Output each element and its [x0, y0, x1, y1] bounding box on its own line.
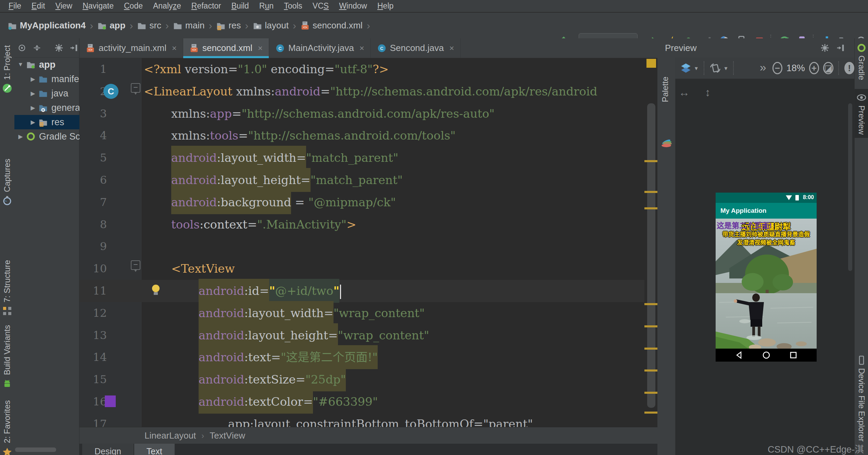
- chevron-down-icon[interactable]: ▼: [17, 61, 24, 68]
- code-line-4[interactable]: 4xmlns:tools="http://schemas.android.com…: [79, 125, 657, 147]
- dock-icon[interactable]: [836, 43, 845, 53]
- close-icon[interactable]: ×: [449, 43, 454, 53]
- fold-marker-icon[interactable]: −: [131, 83, 140, 93]
- tool-button-preview[interactable]: Preview: [855, 89, 868, 138]
- gear-icon[interactable]: [820, 43, 830, 53]
- chevron-right-icon[interactable]: ▶: [29, 90, 36, 97]
- code-line-17[interactable]: 17app:layout_constraintBottom_toBottomOf…: [79, 413, 657, 427]
- menu-run[interactable]: Run: [254, 1, 279, 11]
- tab-design[interactable]: Design: [82, 444, 134, 455]
- chevron-right-icon[interactable]: ▶: [29, 104, 36, 112]
- zoom-fit-button[interactable]: ◪: [823, 62, 834, 74]
- close-icon[interactable]: ×: [258, 43, 263, 53]
- tree-item-gradle-sc[interactable]: ▶Gradle Sc: [14, 129, 79, 144]
- tree-item-res[interactable]: ▶res: [14, 115, 79, 129]
- code-line-11[interactable]: 11android:id="@+id/two": [79, 280, 657, 302]
- chevron-right-icon[interactable]: ▶: [29, 76, 36, 83]
- editor-tab-sencond-xml[interactable]: <>sencond.xml×: [183, 38, 269, 58]
- breadcrumb-item-res[interactable]: res›: [216, 20, 252, 31]
- close-icon[interactable]: ×: [360, 43, 364, 53]
- editor-vertical-scrollbar[interactable]: [647, 103, 655, 408]
- warning-stripe-mark[interactable]: [644, 303, 657, 305]
- warning-stripe-mark[interactable]: [644, 191, 657, 193]
- tool-button-2-favorites[interactable]: 2: Favorites: [0, 400, 14, 455]
- menu-code[interactable]: Code: [119, 1, 148, 11]
- warning-stripe-mark[interactable]: [644, 369, 657, 372]
- intention-bulb-icon[interactable]: [152, 285, 160, 292]
- breadcrumb-linearlayout[interactable]: LinearLayout: [144, 430, 196, 441]
- preview-scrollbar[interactable]: [848, 103, 852, 271]
- breadcrumb-item-layout[interactable]: layout›: [253, 20, 300, 31]
- close-icon[interactable]: ×: [172, 43, 177, 53]
- warnings-button[interactable]: !: [844, 62, 854, 74]
- tree-item-manife[interactable]: ▶manife: [14, 72, 79, 86]
- code-line-12[interactable]: 12android:layout_width="wrap_content": [79, 302, 657, 324]
- code-line-5[interactable]: 5android:layout_width="match_parent": [79, 147, 657, 169]
- code-line-16[interactable]: 16android:textColor="#663399": [79, 391, 657, 413]
- context-class-icon[interactable]: C: [103, 84, 118, 99]
- color-preview-swatch[interactable]: [105, 395, 116, 407]
- menu-edit[interactable]: Edit: [26, 1, 50, 11]
- editor-tab-activity-main-xml[interactable]: <>activity_main.xml×: [79, 38, 183, 58]
- menu-window[interactable]: Window: [334, 1, 372, 11]
- tree-item-app[interactable]: ▼app: [14, 57, 79, 72]
- resize-handles[interactable]: ↔ ↕: [679, 86, 717, 99]
- code-line-2[interactable]: 2C−<LinearLayout xmlns:android="http://s…: [79, 80, 657, 103]
- breadcrumb-item-app[interactable]: app›: [97, 20, 137, 31]
- menu-file[interactable]: File: [3, 1, 26, 11]
- breadcrumb-textview[interactable]: TextView: [210, 430, 245, 441]
- tool-button-gradle[interactable]: Gradle: [855, 40, 868, 83]
- tool-button-1-project[interactable]: 1: Project: [0, 45, 14, 93]
- gear-icon[interactable]: [54, 43, 64, 53]
- warning-stripe-mark[interactable]: [644, 392, 657, 394]
- warning-stripe-mark[interactable]: [644, 325, 657, 327]
- editor-tab-mainactivity-java[interactable]: CMainActivity.java×: [269, 38, 371, 58]
- warning-stripe-mark[interactable]: [644, 348, 657, 350]
- zoom-in-button[interactable]: +: [809, 62, 819, 74]
- tab-text[interactable]: Text: [134, 444, 175, 455]
- dock-icon[interactable]: [69, 43, 79, 53]
- code-line-1[interactable]: 1<?xml version="1.0" encoding="utf-8"?>: [79, 58, 657, 80]
- tree-item-java[interactable]: ▶java: [14, 86, 79, 101]
- breadcrumb-item-sencond-xml[interactable]: <>sencond.xml›: [300, 20, 374, 31]
- code-line-13[interactable]: 13android:layout_height="wrap_content": [79, 324, 657, 347]
- project-horizontal-scrollbar[interactable]: [15, 447, 56, 452]
- menu-tools[interactable]: Tools: [279, 1, 307, 11]
- editor-scroll-column[interactable]: [644, 58, 657, 427]
- chevron-right-icon[interactable]: ▶: [29, 119, 36, 126]
- warning-stripe-mark[interactable]: [644, 412, 657, 414]
- code-line-3[interactable]: 3xmlns:app="http://schemas.android.com/a…: [79, 103, 657, 125]
- menu-navigate[interactable]: Navigate: [77, 1, 119, 11]
- menu-refactor[interactable]: Refactor: [186, 1, 226, 11]
- tool-button-7-structure[interactable]: 7: Structure: [0, 260, 14, 316]
- breadcrumb-item-src[interactable]: src›: [137, 20, 173, 31]
- menu-vcs[interactable]: VCS: [307, 1, 334, 11]
- menu-view[interactable]: View: [50, 1, 77, 11]
- locate-icon[interactable]: [17, 43, 27, 53]
- code-line-15[interactable]: 15android:textSize="25dp": [79, 368, 657, 391]
- code-line-14[interactable]: 14android:text="这是第二个页面!": [79, 346, 657, 368]
- breadcrumb-item-myapplication4[interactable]: MyApplication4›: [8, 20, 97, 31]
- collapse-all-icon[interactable]: [32, 43, 42, 53]
- breadcrumb-item-main[interactable]: main›: [173, 20, 216, 31]
- code-line-9[interactable]: 9: [79, 235, 657, 258]
- fold-marker-icon[interactable]: −: [131, 260, 140, 270]
- code-line-10[interactable]: 10−<TextView: [79, 258, 657, 280]
- warning-stripe-mark[interactable]: [644, 207, 657, 209]
- code-line-8[interactable]: 8tools:context=".MainActivity">: [79, 213, 657, 236]
- chevron-right-icon[interactable]: ▶: [17, 133, 24, 140]
- menu-help[interactable]: Help: [372, 1, 399, 11]
- tool-button-captures[interactable]: Captures: [0, 159, 14, 206]
- warning-stripe-mark[interactable]: [644, 160, 657, 162]
- tool-button-device-file-explorer[interactable]: Device File Explorer: [855, 352, 868, 445]
- tool-button-build-variants[interactable]: Build Variants: [0, 325, 14, 389]
- overflow-chevrons-icon[interactable]: »: [760, 61, 766, 74]
- menu-build[interactable]: Build: [226, 1, 254, 11]
- menu-analyze[interactable]: Analyze: [148, 1, 186, 11]
- orientation-icon[interactable]: [709, 62, 721, 74]
- palette-strip[interactable]: Palette: [657, 57, 676, 455]
- design-surface-icon[interactable]: [680, 62, 692, 74]
- code-line-6[interactable]: 6android:layout_height="match_parent": [79, 169, 657, 191]
- code-line-7[interactable]: 7android:background = "@mipmap/ck": [79, 191, 657, 213]
- zoom-out-button[interactable]: −: [772, 62, 782, 74]
